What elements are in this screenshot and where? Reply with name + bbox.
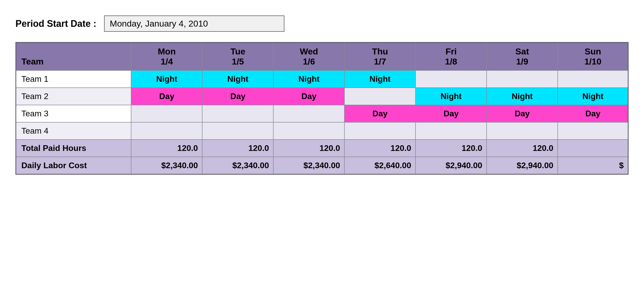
labor-cost-cell: $2,940.00: [416, 157, 487, 174]
shift-cell[interactable]: Day: [487, 105, 558, 122]
shift-cell[interactable]: [273, 122, 344, 140]
table-row: Team 3DayDayDayDay: [16, 105, 628, 122]
shift-cell[interactable]: [202, 105, 273, 122]
labor-cost-cell: $2,640.00: [344, 157, 416, 174]
shift-cell[interactable]: Day: [558, 105, 628, 122]
total-hours-cell: 120.0: [202, 140, 273, 157]
total-hours-cell: 120.0: [273, 140, 344, 157]
shift-cell[interactable]: Day: [344, 105, 416, 122]
shift-cell[interactable]: [416, 122, 487, 140]
total-hours-cell: 120.0: [487, 140, 558, 157]
col-header-sat: Sat 1/9: [487, 43, 558, 71]
total-paid-hours-row: Total Paid Hours120.0120.0120.0120.0120.…: [16, 140, 628, 157]
shift-cell[interactable]: Night: [558, 88, 628, 105]
shift-cell[interactable]: Day: [202, 88, 273, 105]
total-hours-cell: 120.0: [131, 140, 202, 157]
col-header-mon: Mon 1/4: [131, 43, 202, 71]
labor-cost-cell: $2,940.00: [487, 157, 558, 174]
period-start-row: Period Start Date :: [15, 15, 629, 32]
team-name-cell: Team 4: [16, 122, 131, 140]
team-name-cell: Team 2: [16, 88, 131, 105]
shift-cell[interactable]: [131, 122, 202, 140]
col-header-fri: Fri 1/8: [416, 43, 487, 71]
shift-cell[interactable]: [487, 70, 558, 88]
shift-cell[interactable]: [558, 122, 628, 140]
labor-cost-cell: $2,340.00: [202, 157, 273, 174]
shift-cell[interactable]: [344, 88, 416, 105]
total-hours-cell: 120.0: [344, 140, 416, 157]
table-row: Team 2DayDayDayNightNightNight: [16, 88, 628, 105]
shift-cell[interactable]: Night: [487, 88, 558, 105]
table-row: Team 1NightNightNightNight: [16, 70, 628, 88]
shift-cell[interactable]: Night: [273, 70, 344, 88]
total-hours-cell: 120.0: [416, 140, 487, 157]
labor-cost-cell: $: [558, 157, 628, 174]
shift-cell[interactable]: Day: [131, 88, 202, 105]
shift-cell[interactable]: [558, 70, 628, 88]
col-header-wed: Wed 1/6: [273, 43, 344, 71]
shift-cell[interactable]: [487, 122, 558, 140]
table-header-row: Team Mon 1/4 Tue 1/5 Wed 1/6 Thu 1/7 Fri…: [16, 43, 628, 71]
shift-cell[interactable]: Day: [273, 88, 344, 105]
col-header-sun: Sun 1/10: [558, 43, 628, 71]
period-label: Period Start Date :: [15, 18, 96, 29]
table-row: Team 4: [16, 122, 628, 140]
daily-labor-cost-label: Daily Labor Cost: [16, 157, 131, 174]
period-date-input[interactable]: [104, 15, 284, 32]
shift-cell[interactable]: [131, 105, 202, 122]
daily-labor-cost-row: Daily Labor Cost$2,340.00$2,340.00$2,340…: [16, 157, 628, 174]
shift-cell[interactable]: Night: [416, 88, 487, 105]
labor-cost-cell: $2,340.00: [131, 157, 202, 174]
shift-cell[interactable]: [416, 70, 487, 88]
team-name-cell: Team 3: [16, 105, 131, 122]
shift-cell[interactable]: Night: [344, 70, 416, 88]
schedule-table: Team Mon 1/4 Tue 1/5 Wed 1/6 Thu 1/7 Fri…: [15, 42, 629, 175]
team-name-cell: Team 1: [16, 70, 131, 88]
total-paid-hours-label: Total Paid Hours: [16, 140, 131, 157]
total-hours-cell: [558, 140, 628, 157]
col-header-team: Team: [16, 43, 131, 71]
shift-cell[interactable]: Day: [416, 105, 487, 122]
labor-cost-cell: $2,340.00: [273, 157, 344, 174]
col-header-thu: Thu 1/7: [344, 43, 416, 71]
shift-cell[interactable]: [273, 105, 344, 122]
col-header-tue: Tue 1/5: [202, 43, 273, 71]
shift-cell[interactable]: Night: [202, 70, 273, 88]
shift-cell[interactable]: [202, 122, 273, 140]
shift-cell[interactable]: [344, 122, 416, 140]
shift-cell[interactable]: Night: [131, 70, 202, 88]
